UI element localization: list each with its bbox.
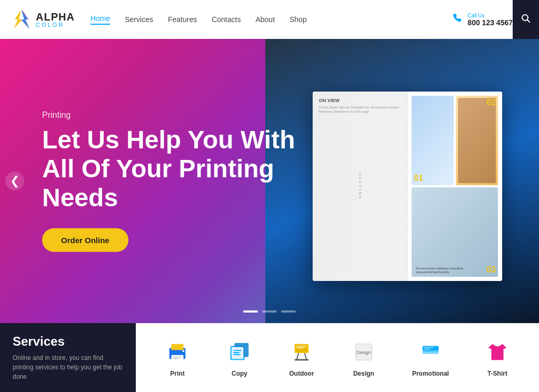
call-area: Call Us 800 123 4567 <box>453 13 513 27</box>
logo[interactable]: ALPHA COLOR <box>11 9 75 30</box>
svg-line-4 <box>527 20 530 23</box>
svg-rect-15 <box>233 352 239 353</box>
hero-title: Let Us Help You With All Of Your Printin… <box>42 125 316 213</box>
svg-rect-9 <box>173 358 179 359</box>
design-label: Design <box>353 370 374 377</box>
svg-rect-23 <box>295 359 309 360</box>
copy-label: Copy <box>232 370 247 377</box>
nav-contacts[interactable]: Contacts <box>212 15 241 24</box>
logo-color: COLOR <box>36 22 75 28</box>
promotional-icon-wrap <box>417 338 444 366</box>
tshirt-icon-wrap <box>484 338 511 366</box>
svg-rect-20 <box>296 347 303 348</box>
magazine-right-page: 01 02 03 No more worries, nothing as it … <box>407 92 502 281</box>
service-tshirt[interactable]: T-Shirt <box>484 338 511 377</box>
magazine-spread: ON VIEW For Art, Book, Manual Template t… <box>313 92 502 281</box>
nav-services[interactable]: Services <box>125 15 153 24</box>
magazine-mockup: ON VIEW For Art, Book, Manual Template t… <box>302 81 502 292</box>
svg-rect-8 <box>173 357 182 358</box>
outdoor-label: Outdoor <box>289 370 314 377</box>
services-description: Online and in store, you can find printi… <box>13 353 123 381</box>
hero-section: ❮ Printing Let Us Help You With All Of Y… <box>0 39 539 323</box>
print-icon-wrap <box>164 338 191 366</box>
nav-home[interactable]: Home <box>91 14 110 25</box>
slide-dot-3[interactable] <box>281 310 296 313</box>
service-print[interactable]: Print <box>164 338 191 377</box>
order-online-button[interactable]: Order Online <box>42 228 128 252</box>
logo-text: ALPHA COLOR <box>36 12 75 28</box>
service-promotional[interactable]: Promotional <box>412 338 449 377</box>
svg-rect-14 <box>233 350 241 351</box>
print-label: Print <box>170 370 184 377</box>
phone-icon <box>453 13 463 26</box>
slide-dot-2[interactable] <box>262 310 277 313</box>
services-title: Services <box>13 334 123 349</box>
hero-content: Printing Let Us Help You With All Of You… <box>42 110 316 252</box>
promotional-label: Promotional <box>412 370 449 377</box>
svg-point-10 <box>183 350 185 352</box>
services-info: Services Online and in store, you can fi… <box>0 323 136 392</box>
hero-subtitle: Printing <box>42 110 316 120</box>
design-icon: Design <box>352 340 376 364</box>
outdoor-icon <box>290 340 314 364</box>
chevron-left-icon: ❮ <box>10 174 19 188</box>
copy-icon-wrap <box>226 338 253 366</box>
logo-alpha: ALPHA <box>36 12 75 22</box>
search-icon <box>521 14 531 25</box>
call-us-label: Call Us <box>467 13 513 18</box>
print-icon <box>165 340 189 364</box>
design-icon-wrap: Design <box>350 338 377 366</box>
svg-rect-16 <box>233 354 240 355</box>
svg-rect-13 <box>232 347 244 359</box>
header-right: Call Us 800 123 4567 <box>453 13 513 27</box>
service-copy[interactable]: Copy <box>226 338 253 377</box>
svg-line-21 <box>296 353 298 360</box>
tshirt-label: T-Shirt <box>487 370 507 377</box>
tshirt-icon <box>485 340 510 364</box>
search-button[interactable] <box>513 0 539 39</box>
logo-icon <box>11 9 32 30</box>
svg-text:Design: Design <box>357 350 371 355</box>
services-icons-list: Print Copy <box>136 323 539 392</box>
service-outdoor[interactable]: Outdoor <box>288 338 315 377</box>
magazine-left-page: ON VIEW For Art, Book, Manual Template t… <box>313 92 407 281</box>
copy-icon <box>227 340 252 364</box>
call-info: Call Us 800 123 4567 <box>467 13 513 27</box>
svg-rect-6 <box>171 344 183 350</box>
services-bar: Services Online and in store, you can fi… <box>0 323 539 392</box>
outdoor-icon-wrap <box>288 338 315 366</box>
nav-shop[interactable]: Shop <box>290 15 307 24</box>
header: ALPHA COLOR Home Services Features Conta… <box>0 0 539 39</box>
svg-rect-19 <box>296 346 306 347</box>
svg-rect-29 <box>424 347 434 348</box>
svg-marker-0 <box>14 10 22 29</box>
main-nav: Home Services Features Contacts About Sh… <box>91 14 453 25</box>
svg-marker-2 <box>21 10 29 29</box>
prev-slide-button[interactable]: ❮ <box>5 172 24 190</box>
slide-dot-1[interactable] <box>243 310 258 313</box>
slide-indicators <box>243 310 296 313</box>
service-design[interactable]: Design Design <box>350 338 377 377</box>
svg-line-22 <box>305 353 307 360</box>
phone-number: 800 123 4567 <box>467 18 513 27</box>
nav-features[interactable]: Features <box>168 15 197 24</box>
promotional-icon <box>418 340 443 364</box>
nav-about[interactable]: About <box>255 15 275 24</box>
svg-rect-30 <box>424 348 431 349</box>
